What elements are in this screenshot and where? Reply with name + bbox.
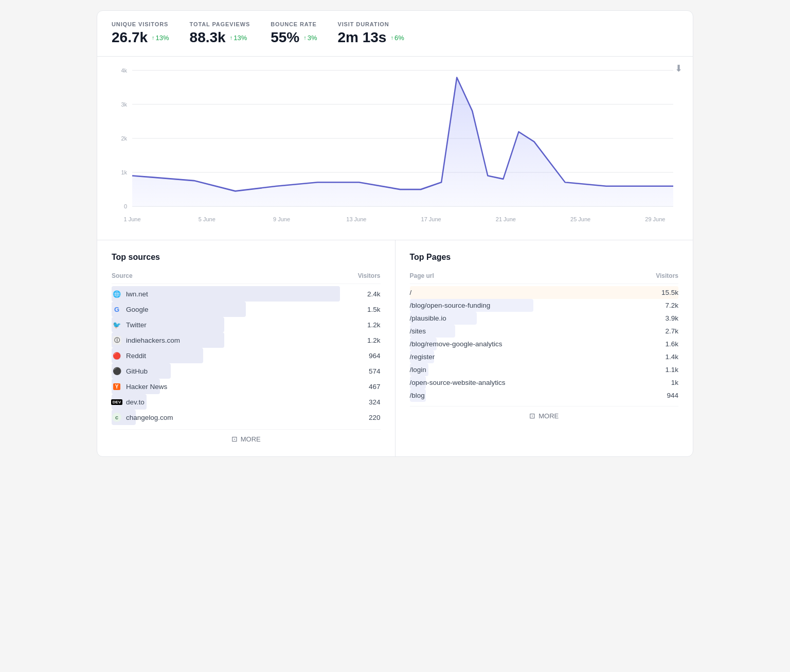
- stat-unique-visitors-change: ↑ 13%: [152, 34, 169, 42]
- top-sources-panel: Top sources Source Visitors 🌐 lwn.net 2.…: [97, 240, 396, 456]
- stat-total-pageviews: TOTAL PAGEVIEWS 88.3k ↑ 13%: [190, 21, 250, 46]
- source-visitors: 1.5k: [367, 306, 381, 313]
- row-left: c changelog.com: [112, 412, 173, 422]
- up-arrow-icon: ↑: [390, 34, 393, 41]
- svg-text:2k: 2k: [121, 135, 127, 142]
- stat-unique-visitors-value: 26.7k: [112, 29, 148, 46]
- source-name: Reddit: [126, 352, 146, 360]
- sources-col-source: Source: [112, 272, 133, 279]
- svg-text:13 June: 13 June: [346, 216, 366, 222]
- source-icon: G: [112, 304, 122, 314]
- stats-row: UNIQUE VISITORS 26.7k ↑ 13% TOTAL PAGEVI…: [97, 11, 693, 57]
- list-item[interactable]: 🌐 lwn.net 2.4k: [112, 286, 381, 302]
- svg-text:4k: 4k: [121, 67, 127, 74]
- row-left: ⚫ GitHub: [112, 366, 148, 376]
- source-icon: 🐦: [112, 320, 122, 330]
- stat-bounce-rate: BOUNCE RATE 55% ↑ 3%: [271, 21, 317, 46]
- source-icon: c: [112, 412, 122, 422]
- stat-bounce-rate-change: ↑ 3%: [303, 34, 317, 42]
- list-item[interactable]: /sites 2.7k: [410, 325, 679, 338]
- source-visitors: 324: [369, 398, 381, 406]
- list-item[interactable]: /login 1.1k: [410, 363, 679, 376]
- list-item[interactable]: ⚫ GitHub 574: [112, 363, 381, 379]
- page-url: /login: [410, 366, 426, 374]
- stat-unique-visitors: UNIQUE VISITORS 26.7k ↑ 13%: [112, 21, 169, 46]
- source-name: indiehackers.com: [126, 337, 180, 344]
- chart-line: [132, 78, 673, 191]
- svg-text:29 June: 29 June: [645, 216, 665, 222]
- sources-more-button[interactable]: ⊡ MORE: [112, 429, 381, 448]
- page-url: /blog/open-source-funding: [410, 302, 491, 309]
- list-item[interactable]: 🐦 Twitter 1.2k: [112, 317, 381, 332]
- source-visitors: 574: [369, 367, 381, 375]
- more-icon: ⊡: [529, 412, 535, 420]
- row-left: ⓘ indiehackers.com: [112, 335, 180, 345]
- list-item[interactable]: Y Hacker News 467: [112, 379, 381, 394]
- stat-total-pageviews-change: ↑ 13%: [230, 34, 247, 42]
- bottom-panels: Top sources Source Visitors 🌐 lwn.net 2.…: [97, 240, 693, 456]
- page-url: /plausible.io: [410, 314, 446, 322]
- sources-more-label: MORE: [241, 435, 261, 443]
- more-icon: ⊡: [231, 435, 238, 443]
- source-visitors: 964: [369, 352, 381, 360]
- top-sources-title: Top sources: [112, 253, 381, 262]
- top-pages-panel: Top Pages Page url Visitors / 15.5k /blo…: [396, 240, 693, 456]
- list-item[interactable]: /open-source-website-analytics 1k: [410, 376, 679, 389]
- source-name: Google: [126, 306, 149, 313]
- svg-text:5 June: 5 June: [199, 216, 216, 222]
- pages-col-visitors: Visitors: [656, 272, 678, 279]
- chart-svg: 4k 3k 2k 1k 0 1 Ju: [112, 65, 678, 229]
- list-item[interactable]: /blog/remove-google-analytics 1.6k: [410, 338, 679, 350]
- stat-visit-duration-change: ↑ 6%: [390, 34, 404, 42]
- top-pages-title: Top Pages: [410, 253, 679, 262]
- pages-col-url: Page url: [410, 272, 434, 279]
- chart-area: [132, 78, 673, 207]
- source-visitors: 1.2k: [367, 337, 381, 344]
- svg-text:21 June: 21 June: [496, 216, 516, 222]
- list-item[interactable]: c changelog.com 220: [112, 410, 381, 425]
- pages-more-label: MORE: [538, 412, 559, 420]
- list-item[interactable]: /register 1.4k: [410, 350, 679, 363]
- source-visitors: 1.2k: [367, 321, 381, 329]
- stat-bounce-rate-label: BOUNCE RATE: [271, 21, 317, 27]
- stat-unique-visitors-label: UNIQUE VISITORS: [112, 21, 169, 27]
- page-url: /blog/remove-google-analytics: [410, 340, 502, 348]
- source-visitors: 467: [369, 383, 381, 391]
- source-icon: DEV: [112, 397, 122, 407]
- svg-text:17 June: 17 June: [421, 216, 441, 222]
- row-left: Y Hacker News: [112, 381, 167, 392]
- stat-visit-duration-label: VISIT DURATION: [337, 21, 404, 27]
- stat-total-pageviews-label: TOTAL PAGEVIEWS: [190, 21, 250, 27]
- list-item[interactable]: /blog 944: [410, 389, 679, 402]
- page-visitors: 1.4k: [665, 353, 678, 361]
- list-item[interactable]: DEV dev.to 324: [112, 394, 381, 410]
- svg-text:25 June: 25 June: [570, 216, 590, 222]
- list-item[interactable]: ⓘ indiehackers.com 1.2k: [112, 332, 381, 348]
- list-item[interactable]: 🔴 Reddit 964: [112, 348, 381, 363]
- page-visitors: 1.1k: [665, 366, 678, 374]
- list-item[interactable]: /blog/open-source-funding 7.2k: [410, 299, 679, 312]
- page-url: /open-source-website-analytics: [410, 379, 506, 386]
- dashboard-container: UNIQUE VISITORS 26.7k ↑ 13% TOTAL PAGEVI…: [97, 10, 693, 457]
- up-arrow-icon: ↑: [303, 34, 307, 41]
- up-arrow-icon: ↑: [152, 34, 155, 41]
- list-item[interactable]: / 15.5k: [410, 286, 679, 299]
- source-icon: ⓘ: [112, 335, 122, 345]
- source-name: GitHub: [126, 367, 148, 375]
- stat-total-pageviews-value: 88.3k: [190, 29, 226, 46]
- page-url: /blog: [410, 392, 425, 399]
- source-icon: 🌐: [112, 289, 122, 299]
- chart-section: ⬇ 4k 3k 2k 1k 0: [97, 57, 693, 240]
- pages-more-button[interactable]: ⊡ MORE: [410, 406, 679, 425]
- stat-visit-duration-value: 2m 13s: [337, 29, 386, 46]
- svg-text:3k: 3k: [121, 101, 127, 108]
- list-item[interactable]: G Google 1.5k: [112, 302, 381, 317]
- row-left: G Google: [112, 304, 149, 314]
- source-name: Hacker News: [126, 383, 167, 391]
- list-item[interactable]: /plausible.io 3.9k: [410, 312, 679, 325]
- source-icon: Y: [112, 381, 122, 392]
- page-visitors: 1.6k: [665, 340, 678, 348]
- row-left: 🐦 Twitter: [112, 320, 147, 330]
- row-left: DEV dev.to: [112, 397, 145, 407]
- page-visitors: 7.2k: [665, 302, 678, 309]
